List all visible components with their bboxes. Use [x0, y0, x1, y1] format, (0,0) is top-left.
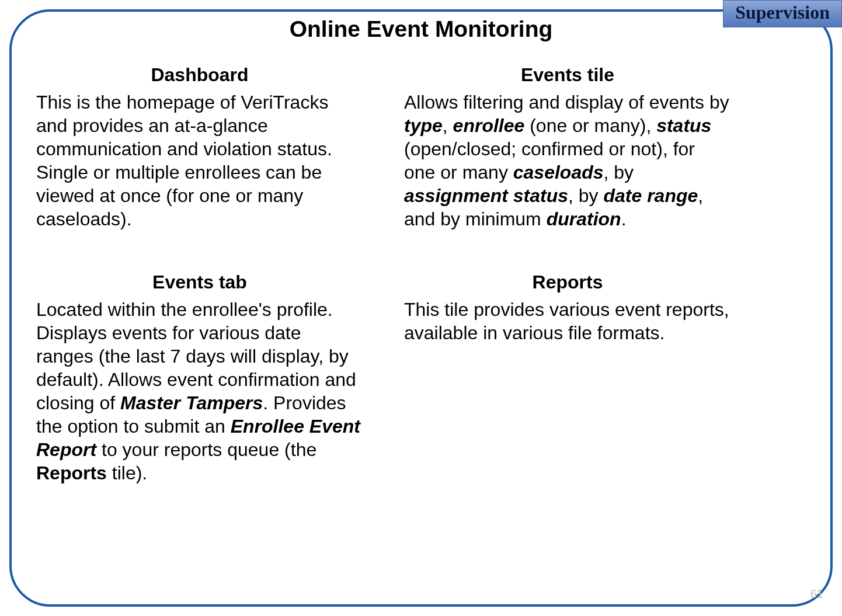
section-events-tile: Events tile Allows filtering and display…	[404, 64, 731, 231]
section-body: Allows filtering and display of events b…	[404, 91, 731, 231]
text-part: .	[621, 208, 627, 229]
text-part: to your reports queue (the	[96, 439, 316, 460]
category-tab: Supervision	[723, 0, 842, 27]
text-part: tile).	[107, 462, 147, 483]
page-number: 61	[810, 587, 823, 601]
section-body: Located within the enrollee's profile. D…	[36, 298, 363, 485]
emphasis-caseloads: caseloads	[513, 162, 604, 183]
emphasis-master-tampers: Master Tampers	[120, 392, 263, 413]
emphasis-date-range: date range	[603, 185, 698, 206]
section-reports: Reports This tile provides various event…	[404, 272, 731, 485]
section-events-tab: Events tab Located within the enrollee's…	[36, 272, 363, 485]
text-part: , by	[604, 162, 634, 183]
content-grid: Dashboard This is the homepage of VeriTr…	[36, 64, 807, 485]
slide-title: Online Event Monitoring	[0, 16, 842, 42]
bold-reports: Reports	[36, 462, 107, 483]
emphasis-duration: duration	[547, 208, 621, 229]
section-body: This tile provides various event reports…	[404, 298, 731, 344]
emphasis-enrollee: enrollee	[453, 115, 525, 136]
section-body: This is the homepage of VeriTracks and p…	[36, 91, 363, 231]
text-part: , by	[568, 185, 603, 206]
section-heading: Events tab	[36, 272, 363, 293]
text-part: (one or many),	[524, 115, 656, 136]
section-heading: Events tile	[404, 64, 731, 86]
emphasis-type: type	[404, 115, 443, 136]
section-dashboard: Dashboard This is the homepage of VeriTr…	[36, 64, 363, 231]
section-heading: Reports	[404, 272, 731, 293]
text-part: ,	[443, 115, 453, 136]
emphasis-status: status	[656, 115, 711, 136]
emphasis-assignment-status: assignment status	[404, 185, 568, 206]
section-heading: Dashboard	[36, 64, 363, 86]
text-part: Allows filtering and display of events b…	[404, 92, 729, 113]
